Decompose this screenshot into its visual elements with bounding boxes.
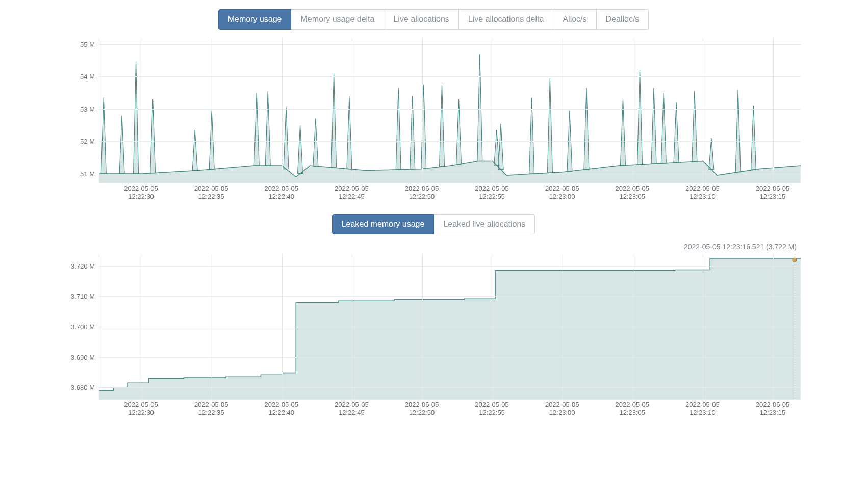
y-tick-label: 3.700 M xyxy=(71,323,95,331)
y-tick-label: 55 M xyxy=(80,40,95,48)
x-tick-label: 2022-05-0512:23:00 xyxy=(545,401,579,417)
x-tick-label: 2022-05-0512:22:35 xyxy=(194,401,228,417)
y-tick-label: 3.710 M xyxy=(71,293,95,300)
y-tick-label: 51 M xyxy=(80,170,95,177)
leaked-tab-0[interactable]: Leaked memory usage xyxy=(332,214,435,234)
memory-tab-2[interactable]: Live allocations xyxy=(384,9,458,30)
x-tick-label: 2022-05-0512:22:30 xyxy=(124,401,158,417)
svg-marker-0 xyxy=(99,161,801,183)
x-tick-label: 2022-05-0512:22:55 xyxy=(475,184,509,201)
y-tick-label: 54 M xyxy=(80,73,95,81)
leaked-memory-chart[interactable]: 3.680 M3.690 M3.700 M3.710 M3.720 M 2022… xyxy=(68,254,799,417)
x-tick-label: 2022-05-0512:23:10 xyxy=(685,401,720,417)
memory-tab-0[interactable]: Memory usage xyxy=(218,9,292,30)
cursor-line xyxy=(795,254,795,399)
memory-usage-chart[interactable]: 51 M52 M53 M54 M55 M 2022-05-0512:22:302… xyxy=(68,38,799,201)
memory-tabs: Memory usageMemory usage deltaLive alloc… xyxy=(66,9,801,30)
hover-readout: 2022-05-05 12:23:16.521 (3.722 M) xyxy=(684,243,797,251)
y-tick-label: 52 M xyxy=(80,138,95,145)
y-tick-label: 3.680 M xyxy=(71,384,95,391)
memory-tab-1[interactable]: Memory usage delta xyxy=(291,9,384,30)
x-tick-label: 2022-05-0512:22:45 xyxy=(335,401,369,417)
leaked-tabs: Leaked memory usageLeaked live allocatio… xyxy=(66,214,801,234)
x-tick-label: 2022-05-0512:22:55 xyxy=(475,401,509,417)
x-tick-label: 2022-05-0512:23:10 xyxy=(685,184,720,201)
x-tick-label: 2022-05-0512:22:50 xyxy=(405,184,439,201)
x-tick-label: 2022-05-0512:23:05 xyxy=(616,401,650,417)
x-tick-label: 2022-05-0512:22:30 xyxy=(124,184,158,201)
y-tick-label: 3.720 M xyxy=(71,262,95,270)
y-tick-label: 53 M xyxy=(80,105,95,113)
memory-tab-4[interactable]: Alloc/s xyxy=(553,9,596,30)
x-tick-label: 2022-05-0512:23:00 xyxy=(545,184,579,201)
x-tick-label: 2022-05-0512:23:15 xyxy=(756,401,790,417)
x-tick-label: 2022-05-0512:22:35 xyxy=(194,184,228,201)
x-tick-label: 2022-05-0512:23:05 xyxy=(616,184,650,201)
x-tick-label: 2022-05-0512:22:40 xyxy=(265,401,299,417)
memory-tab-3[interactable]: Live allocations delta xyxy=(459,9,554,30)
leaked-tab-1[interactable]: Leaked live allocations xyxy=(434,214,535,234)
x-tick-label: 2022-05-0512:22:40 xyxy=(265,184,299,201)
y-tick-label: 3.690 M xyxy=(71,353,95,361)
x-tick-label: 2022-05-0512:22:45 xyxy=(335,184,369,201)
x-tick-label: 2022-05-0512:23:15 xyxy=(756,184,790,201)
x-tick-label: 2022-05-0512:22:50 xyxy=(405,401,439,417)
memory-tab-5[interactable]: Dealloc/s xyxy=(597,9,649,30)
